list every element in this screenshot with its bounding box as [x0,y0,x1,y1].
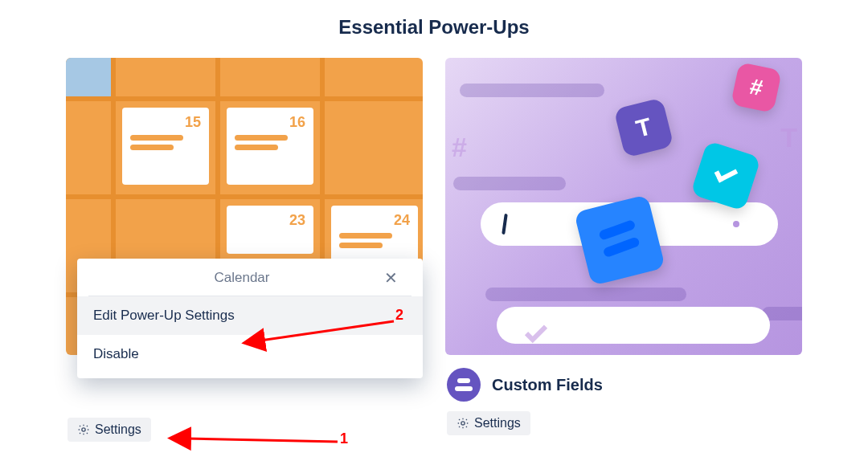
day-16: 16 [235,114,305,131]
popup-item-edit-settings[interactable]: Edit Power-Up Settings [77,296,423,335]
cards-row: 15 16 23 24 Settin [0,58,868,442]
settings-button-custom-fields[interactable]: Settings [447,411,530,435]
close-icon[interactable]: ✕ [383,270,399,286]
card-footer-cf: Custom Fields [445,355,802,402]
t-tile-icon: T [613,97,674,157]
custom-fields-icon [447,368,481,402]
custom-fields-title: Custom Fields [492,376,603,394]
custom-fields-illustration: # T # T [445,58,802,355]
day-24: 24 [339,212,410,229]
svg-point-0 [82,428,85,431]
popup-title: Calendar [101,270,383,286]
popup-item-disable[interactable]: Disable [77,335,423,373]
settings-label: Settings [474,416,521,430]
day-15: 15 [130,114,201,131]
page-title: Essential Power-Ups [0,0,868,58]
day-23: 23 [235,212,305,229]
settings-button-calendar[interactable]: Settings [68,418,151,442]
t-ghost-icon: T [780,122,797,153]
gear-icon [457,417,469,430]
svg-point-1 [461,422,465,425]
annotation-2: 2 [395,307,403,324]
annotation-1: 1 [340,430,348,447]
calendar-popup: Calendar ✕ Edit Power-Up Settings Disabl… [77,259,423,378]
hash-ghost-icon: # [452,132,467,163]
settings-label: Settings [95,422,141,437]
gear-icon [77,423,90,436]
card-custom-fields: # T # T Custom Fields [445,58,802,442]
hash-tile-icon: # [731,62,782,113]
check-tile-icon [690,141,761,211]
card-calendar: 15 16 23 24 Settin [66,58,423,442]
